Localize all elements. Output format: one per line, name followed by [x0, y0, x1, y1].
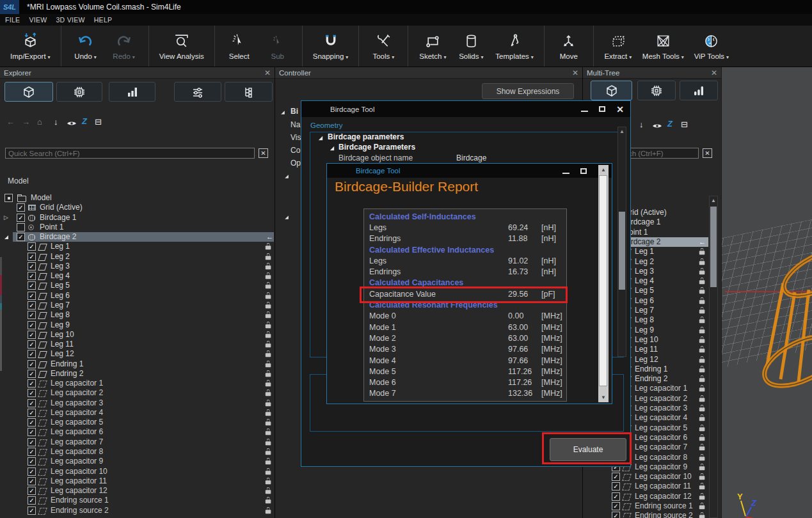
- collapse-all-icon[interactable]: ⊟: [681, 120, 688, 129]
- toolbar-label: Mesh Tools▾: [642, 52, 684, 60]
- scrollbar-thumb[interactable]: [710, 207, 717, 287]
- dialog-titlebar[interactable]: Birdcage Tool ✕: [301, 101, 630, 117]
- tree-item-endring-source-1[interactable]: Endring source 1: [0, 501, 812, 511]
- param-subgroup-label[interactable]: Birdcage Parameters: [338, 143, 415, 152]
- visibility-checkbox[interactable]: [612, 502, 620, 510]
- chevron-down-icon[interactable]: ▾: [132, 54, 135, 60]
- report-section-calculated-self-inductances: Calculated Self-Inductances: [364, 211, 566, 222]
- explorer-tab-hierarchy[interactable]: [225, 82, 273, 102]
- visibility-checkbox[interactable]: [612, 482, 620, 491]
- toolbar-button-sub[interactable]: Sub: [264, 33, 292, 60]
- explorer-tab-analysis[interactable]: [109, 82, 155, 102]
- chevron-down-icon[interactable]: ▾: [681, 54, 684, 60]
- multitree-close-icon[interactable]: ✕: [711, 69, 717, 77]
- geometry-tab-label[interactable]: Geometry: [310, 122, 343, 129]
- visibility-checkbox[interactable]: [612, 473, 620, 481]
- controller-close-icon[interactable]: ✕: [572, 69, 578, 77]
- eye-icon[interactable]: [67, 119, 77, 129]
- scrollbar-thumb[interactable]: [599, 175, 607, 386]
- minimize-icon[interactable]: [562, 173, 569, 174]
- toolbar-button-extract[interactable]: Extract▾: [604, 33, 632, 60]
- scroll-up-icon[interactable]: ▲: [598, 167, 609, 173]
- menu-item-view[interactable]: VIEW: [29, 16, 47, 24]
- dialog-titlebar[interactable]: Birdcage Tool ✕: [327, 164, 612, 178]
- menu-item-3d-view[interactable]: 3D VIEW: [56, 16, 84, 24]
- explorer-close-icon[interactable]: ✕: [264, 69, 271, 77]
- chevron-down-icon[interactable]: ▾: [629, 54, 632, 60]
- chevron-down-icon[interactable]: ▾: [481, 54, 484, 60]
- minimize-icon[interactable]: [581, 111, 588, 112]
- toolbar-button-move[interactable]: Move: [555, 33, 583, 60]
- expander-open-icon[interactable]: [285, 175, 289, 178]
- object-name-value[interactable]: Birdcage: [456, 153, 486, 162]
- toolbar-button-vip-tools[interactable]: ViP Tools▾: [694, 33, 729, 60]
- report-label: Mode 2: [364, 334, 396, 343]
- close-icon[interactable]: ✕: [616, 105, 624, 114]
- toolbar-button-snapping[interactable]: Snapping▾: [313, 33, 349, 60]
- visibility-checkbox[interactable]: [4, 194, 13, 202]
- toolbar-button-undo[interactable]: Undo▾: [72, 33, 100, 60]
- tree-item-endring-source-2[interactable]: Endring source 2: [0, 511, 812, 518]
- visibility-checkbox[interactable]: [612, 492, 620, 501]
- scroll-down-icon[interactable]: ▼: [598, 395, 609, 400]
- forward-arrow-icon[interactable]: →: [22, 117, 30, 127]
- chevron-down-icon[interactable]: ▾: [531, 54, 534, 60]
- menu-item-help[interactable]: HELP: [94, 16, 113, 24]
- down-arrow-icon[interactable]: ↓: [54, 117, 58, 127]
- expander-open-icon[interactable]: [285, 216, 289, 219]
- toolbar-button-solids[interactable]: Solids▾: [457, 33, 485, 60]
- chevron-down-icon[interactable]: ▾: [392, 54, 394, 60]
- viewport-3d[interactable]: Y Z: [722, 67, 812, 518]
- report-row-mode-1: Mode 163.00[MHz]: [364, 322, 566, 333]
- multitree-search-clear-icon[interactable]: ✕: [703, 148, 712, 158]
- toolbar-button-sketch[interactable]: Sketch▾: [418, 33, 447, 60]
- chevron-down-icon[interactable]: ▾: [726, 54, 729, 60]
- maximize-icon[interactable]: [580, 168, 587, 174]
- maximize-icon[interactable]: [599, 106, 605, 112]
- tree-item-label: Leg capacitor 4: [635, 413, 687, 423]
- tree-item-leg-capacitor-11[interactable]: Leg capacitor 11: [0, 482, 812, 491]
- down-arrow-icon[interactable]: ↓: [639, 120, 644, 129]
- tree-item-leg-capacitor-12[interactable]: Leg capacitor 12: [0, 492, 812, 501]
- multitree-tab-simulation[interactable]: [637, 81, 676, 100]
- expander-open-icon[interactable]: [319, 136, 322, 140]
- expander-open-icon[interactable]: [281, 111, 285, 114]
- toolbar-button-mesh-tools[interactable]: Mesh Tools▾: [642, 33, 684, 60]
- eye-icon[interactable]: [652, 122, 662, 131]
- multitree-scrollbar[interactable]: ▲: [709, 196, 718, 518]
- scrollbar-thumb[interactable]: [619, 212, 625, 290]
- explorer-search-input[interactable]: [6, 148, 254, 158]
- toolbar-button-templates[interactable]: Templates▾: [495, 33, 533, 60]
- chevron-down-icon[interactable]: ▾: [94, 54, 97, 60]
- toolbar-button-imp-export[interactable]: Imp/Export▾: [10, 33, 51, 60]
- back-arrow-icon[interactable]: ←: [6, 117, 15, 127]
- collapse-all-icon[interactable]: ⊟: [95, 117, 102, 127]
- scroll-up-icon[interactable]: ▲: [618, 129, 626, 134]
- expander-open-icon[interactable]: [330, 146, 334, 150]
- toolbar-button-tools[interactable]: Tools▾: [369, 33, 397, 60]
- chevron-down-icon[interactable]: ▾: [346, 54, 348, 60]
- multitree-tab-model[interactable]: [591, 81, 632, 100]
- dialog-scrollbar[interactable]: ▲: [617, 127, 626, 357]
- multitree-tab-analysis[interactable]: [680, 81, 718, 100]
- explorer-tab-simulation[interactable]: [56, 82, 102, 102]
- toolbar-button-view-analysis[interactable]: View Analysis: [159, 33, 204, 60]
- explorer-tab-properties[interactable]: [174, 82, 221, 102]
- report-scrollbar[interactable]: ▲ ▼: [598, 165, 609, 402]
- chevron-down-icon[interactable]: ▾: [48, 54, 51, 60]
- zoom-z-icon[interactable]: Z: [82, 116, 87, 126]
- explorer-tab-model[interactable]: [4, 82, 53, 102]
- chevron-down-icon[interactable]: ▾: [443, 54, 446, 60]
- visibility-checkbox[interactable]: [612, 512, 620, 518]
- param-group-label[interactable]: Birdcage parameters: [328, 132, 404, 141]
- tree-item-leg-capacitor-10[interactable]: Leg capacitor 10: [0, 472, 812, 482]
- report-label: Mode 1: [364, 323, 396, 332]
- menu-item-file[interactable]: FILE: [5, 16, 20, 24]
- explorer-search-clear-icon[interactable]: ✕: [259, 148, 268, 158]
- scroll-up-icon[interactable]: ▲: [710, 198, 717, 203]
- toolbar-button-redo[interactable]: Redo▾: [110, 33, 138, 60]
- toolbar-button-select[interactable]: Select: [225, 33, 253, 60]
- home-icon[interactable]: ⌂: [37, 117, 42, 127]
- zoom-z-icon[interactable]: Z: [667, 119, 673, 129]
- show-expressions-button[interactable]: Show Expressions: [482, 83, 574, 99]
